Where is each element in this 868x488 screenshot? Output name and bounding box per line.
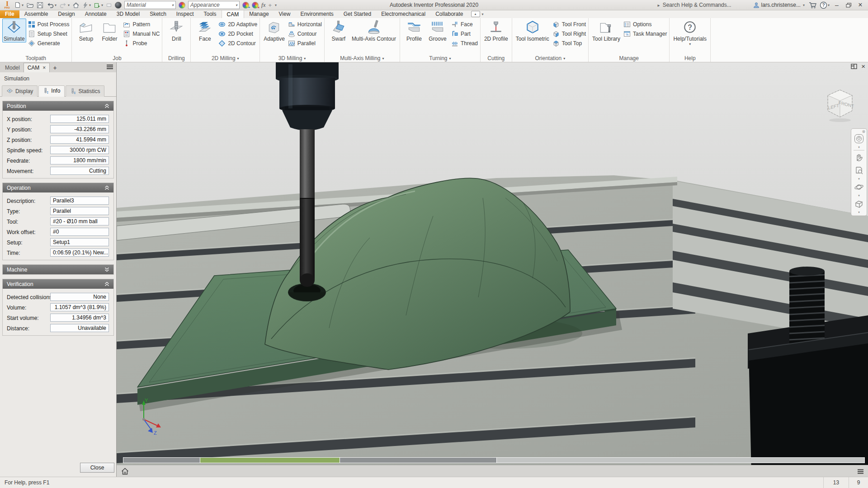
distance-value[interactable]: Unavailable (50, 324, 109, 332)
adjust-appearance-button[interactable]: + (241, 0, 250, 9)
home-button[interactable] (71, 0, 81, 9)
open-file-button[interactable] (25, 0, 35, 9)
type-value[interactable]: Parallel (50, 207, 109, 215)
tab-sketch[interactable]: Sketch (145, 10, 171, 18)
browser-menu-button[interactable] (106, 64, 113, 70)
drill-button[interactable]: Drill (165, 19, 188, 42)
options-button[interactable]: Options (623, 20, 667, 28)
x-position-value[interactable]: 125.011 mm (50, 115, 109, 123)
pattern-button[interactable]: Pattern (123, 20, 160, 28)
undo-button[interactable]: ▾ (45, 0, 58, 9)
dropdown-caret-icon[interactable]: ▾ (851, 177, 867, 181)
update-button[interactable]: ▾ (92, 0, 104, 9)
qat-add-button[interactable]: + (267, 0, 273, 9)
tab-tools[interactable]: Tools (199, 10, 222, 18)
parallel-button[interactable]: Parallel (288, 39, 322, 47)
volume-value[interactable]: 1.1057 dm^3 (81.9%) (50, 303, 109, 311)
tab-3d-model[interactable]: 3D Model (112, 10, 145, 18)
clear-appearance-button[interactable]: × (250, 0, 260, 9)
generate-button[interactable]: Generate (28, 39, 70, 47)
new-file-button[interactable]: ▾ (13, 0, 25, 9)
feature-lightning-button[interactable]: ▾ (81, 0, 92, 9)
folder-button[interactable]: Folder (98, 19, 121, 42)
progress-segment[interactable] (123, 458, 200, 463)
tab-info[interactable]: Info (38, 85, 65, 97)
ribbon-collapse-button[interactable]: ▴ ▾ (471, 10, 484, 18)
save-button[interactable] (35, 0, 45, 9)
simulate-button[interactable]: Simulate (2, 19, 26, 42)
tab-design[interactable]: Design (53, 10, 80, 18)
dropdown-caret-icon[interactable]: ▾ (851, 193, 867, 197)
section-header-operation[interactable]: Operation (3, 183, 113, 192)
2d-adaptive-button[interactable]: 2D Adaptive (218, 20, 257, 28)
help-tutorials-button[interactable]: ? Help/Tutorials ▾ (672, 19, 708, 47)
movement-value[interactable]: Cutting (50, 167, 109, 175)
tab-file[interactable]: File (0, 10, 19, 18)
tool-value[interactable]: #20 - Ø10 mm ball (50, 217, 109, 225)
multi-axis-contour-button[interactable]: Multi-Axis Contour (350, 19, 397, 42)
tab-annotate[interactable]: Annotate (80, 10, 112, 18)
tab-view[interactable]: View (274, 10, 296, 18)
ribbon-group-label-2d-milling[interactable]: 2D Milling▾ (193, 55, 257, 62)
swarf-button[interactable]: Swarf (327, 19, 350, 42)
turn-face-button[interactable]: Face (451, 20, 478, 28)
start-volume-value[interactable]: 1.34956 dm^3 (50, 314, 109, 322)
home-view-button[interactable] (121, 467, 129, 475)
close-simulation-button[interactable]: Close (80, 463, 114, 473)
tab-manage[interactable]: Manage (244, 10, 274, 18)
face-button[interactable]: Face (193, 19, 217, 42)
help-menu-button[interactable]: ? ▾ (818, 0, 831, 9)
progress-segment[interactable] (200, 458, 340, 463)
tab-statistics[interactable]: Statistics (66, 85, 104, 97)
restore-button[interactable] (843, 0, 854, 9)
tool-right-button[interactable]: Tool Right (552, 30, 586, 38)
tab-environments[interactable]: Environments (295, 10, 338, 18)
ribbon-group-label-orientation[interactable]: Orientation▾ (514, 55, 586, 62)
section-header-machine[interactable]: Machine (3, 265, 113, 274)
ribbon-group-label-multi-axis-milling[interactable]: Multi-Axis Milling▾ (327, 55, 397, 62)
qat-customize-caret[interactable]: ▾ (274, 0, 278, 9)
tab-cam[interactable]: CAM (222, 10, 245, 18)
user-menu[interactable]: lars.christense... ▾ (753, 2, 805, 8)
description-value[interactable]: Parallel3 (50, 197, 109, 205)
browser-tab-cam[interactable]: CAM × (24, 63, 50, 72)
zoom-button[interactable] (852, 164, 866, 177)
2d-contour-button[interactable]: 2D Contour (218, 39, 257, 47)
parameters-fx-button[interactable]: fx (260, 0, 267, 9)
turn-groove-button[interactable]: Groove (426, 19, 449, 42)
close-tab-icon[interactable]: × (42, 65, 46, 71)
2d-pocket-button[interactable]: 2D Pocket (218, 30, 257, 38)
material-sphere-icon[interactable] (113, 0, 123, 9)
tool-isometric-button[interactable]: Tool Isometric (514, 19, 551, 42)
appearance-combo[interactable]: Appearance ▾ (188, 1, 240, 9)
spindle-speed-value[interactable]: 30000 rpm CW (50, 146, 109, 154)
section-header-verification[interactable]: Verification (3, 279, 113, 289)
appearance-wheel-icon[interactable] (177, 0, 187, 9)
adaptive-button[interactable]: Adaptive (262, 19, 286, 42)
tab-assemble[interactable]: Assemble (19, 10, 53, 18)
dropdown-caret-icon[interactable]: ▾ (851, 145, 867, 149)
tab-collaborate[interactable]: Collaborate (430, 10, 468, 18)
work-offset-value[interactable]: #0 (50, 228, 109, 236)
add-browser-tab-button[interactable]: + (50, 64, 60, 72)
turn-part-button[interactable]: Part (451, 30, 478, 38)
tab-get-started[interactable]: Get Started (339, 10, 376, 18)
tool-top-button[interactable]: Tool Top (552, 39, 586, 47)
measure-button[interactable] (104, 0, 113, 9)
contour-3d-button[interactable]: Contour (288, 30, 322, 38)
progress-segment[interactable] (497, 458, 864, 463)
simulation-scrubber[interactable] (123, 457, 865, 463)
search-input[interactable]: ▸ Search Help & Commands... (658, 2, 750, 8)
tab-electromechanical[interactable]: Electromechanical (376, 10, 430, 18)
tab-display[interactable]: Display (2, 85, 38, 97)
split-view-icon[interactable] (851, 64, 857, 69)
setup-button[interactable]: Setup (74, 19, 98, 42)
horizontal-button[interactable]: Horizontal (288, 20, 322, 28)
turn-profile-button[interactable]: Profile (402, 19, 426, 42)
dropdown-caret-icon[interactable]: ▾ (851, 210, 867, 214)
manual-nc-button[interactable]: Manual NC (123, 30, 160, 38)
2d-profile-button[interactable]: 2D Profile (483, 19, 509, 42)
3d-viewport[interactable]: Y Z × LEFT FRONT ⊗ ▾ (117, 62, 868, 477)
browser-tab-model[interactable]: Model (1, 63, 24, 72)
orbit-button[interactable] (852, 181, 866, 193)
